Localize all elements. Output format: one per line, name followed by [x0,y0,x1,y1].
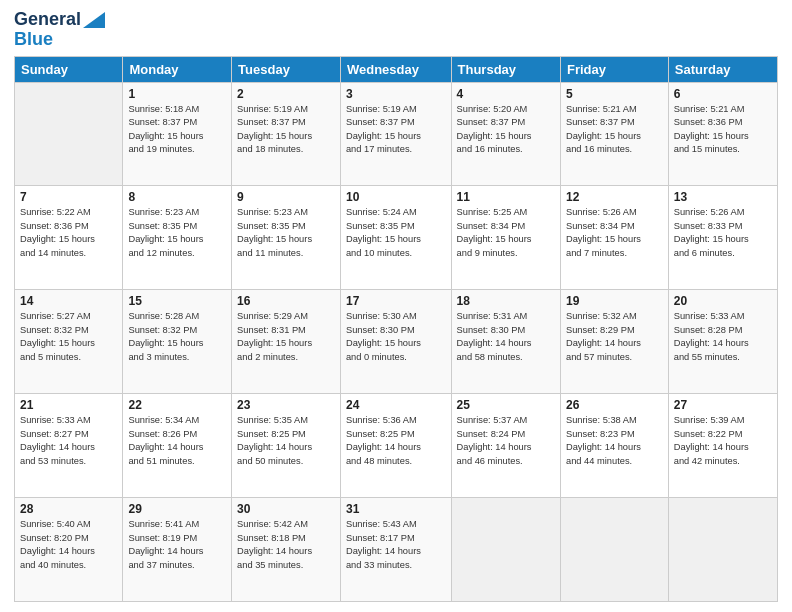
day-number: 15 [128,294,226,308]
day-info: Sunrise: 5:32 AM Sunset: 8:29 PM Dayligh… [566,310,663,364]
day-info: Sunrise: 5:19 AM Sunset: 8:37 PM Dayligh… [346,103,446,157]
weekday-header-friday: Friday [560,56,668,82]
day-info: Sunrise: 5:43 AM Sunset: 8:17 PM Dayligh… [346,518,446,572]
calendar-cell: 29Sunrise: 5:41 AM Sunset: 8:19 PM Dayli… [123,498,232,602]
calendar-cell: 28Sunrise: 5:40 AM Sunset: 8:20 PM Dayli… [15,498,123,602]
day-info: Sunrise: 5:38 AM Sunset: 8:23 PM Dayligh… [566,414,663,468]
calendar-cell: 20Sunrise: 5:33 AM Sunset: 8:28 PM Dayli… [668,290,777,394]
calendar-header-row: SundayMondayTuesdayWednesdayThursdayFrid… [15,56,778,82]
day-number: 13 [674,190,772,204]
logo-icon [83,12,105,28]
day-number: 17 [346,294,446,308]
weekday-header-sunday: Sunday [15,56,123,82]
day-number: 5 [566,87,663,101]
day-info: Sunrise: 5:23 AM Sunset: 8:35 PM Dayligh… [237,206,335,260]
calendar-cell: 26Sunrise: 5:38 AM Sunset: 8:23 PM Dayli… [560,394,668,498]
day-info: Sunrise: 5:29 AM Sunset: 8:31 PM Dayligh… [237,310,335,364]
day-number: 3 [346,87,446,101]
day-info: Sunrise: 5:41 AM Sunset: 8:19 PM Dayligh… [128,518,226,572]
day-number: 27 [674,398,772,412]
day-number: 29 [128,502,226,516]
calendar-cell: 12Sunrise: 5:26 AM Sunset: 8:34 PM Dayli… [560,186,668,290]
day-number: 23 [237,398,335,412]
calendar-cell: 4Sunrise: 5:20 AM Sunset: 8:37 PM Daylig… [451,82,560,186]
day-info: Sunrise: 5:23 AM Sunset: 8:35 PM Dayligh… [128,206,226,260]
calendar-cell: 14Sunrise: 5:27 AM Sunset: 8:32 PM Dayli… [15,290,123,394]
calendar-cell: 9Sunrise: 5:23 AM Sunset: 8:35 PM Daylig… [232,186,341,290]
day-info: Sunrise: 5:35 AM Sunset: 8:25 PM Dayligh… [237,414,335,468]
day-info: Sunrise: 5:18 AM Sunset: 8:37 PM Dayligh… [128,103,226,157]
day-number: 25 [457,398,555,412]
calendar-cell: 2Sunrise: 5:19 AM Sunset: 8:37 PM Daylig… [232,82,341,186]
calendar-week-2: 14Sunrise: 5:27 AM Sunset: 8:32 PM Dayli… [15,290,778,394]
day-info: Sunrise: 5:42 AM Sunset: 8:18 PM Dayligh… [237,518,335,572]
calendar-cell: 15Sunrise: 5:28 AM Sunset: 8:32 PM Dayli… [123,290,232,394]
day-info: Sunrise: 5:39 AM Sunset: 8:22 PM Dayligh… [674,414,772,468]
day-info: Sunrise: 5:40 AM Sunset: 8:20 PM Dayligh… [20,518,117,572]
day-info: Sunrise: 5:28 AM Sunset: 8:32 PM Dayligh… [128,310,226,364]
logo: General Blue [14,10,105,50]
day-number: 26 [566,398,663,412]
day-number: 24 [346,398,446,412]
day-info: Sunrise: 5:26 AM Sunset: 8:33 PM Dayligh… [674,206,772,260]
day-number: 8 [128,190,226,204]
weekday-header-monday: Monday [123,56,232,82]
day-number: 22 [128,398,226,412]
day-number: 30 [237,502,335,516]
calendar-cell: 13Sunrise: 5:26 AM Sunset: 8:33 PM Dayli… [668,186,777,290]
weekday-header-wednesday: Wednesday [340,56,451,82]
calendar-cell: 24Sunrise: 5:36 AM Sunset: 8:25 PM Dayli… [340,394,451,498]
calendar-cell [668,498,777,602]
day-number: 7 [20,190,117,204]
calendar-cell: 3Sunrise: 5:19 AM Sunset: 8:37 PM Daylig… [340,82,451,186]
calendar-week-4: 28Sunrise: 5:40 AM Sunset: 8:20 PM Dayli… [15,498,778,602]
day-info: Sunrise: 5:22 AM Sunset: 8:36 PM Dayligh… [20,206,117,260]
calendar-cell: 22Sunrise: 5:34 AM Sunset: 8:26 PM Dayli… [123,394,232,498]
day-info: Sunrise: 5:33 AM Sunset: 8:28 PM Dayligh… [674,310,772,364]
calendar-cell: 30Sunrise: 5:42 AM Sunset: 8:18 PM Dayli… [232,498,341,602]
day-number: 10 [346,190,446,204]
calendar-cell: 16Sunrise: 5:29 AM Sunset: 8:31 PM Dayli… [232,290,341,394]
day-number: 28 [20,502,117,516]
logo-blue: Blue [14,30,53,50]
calendar-week-3: 21Sunrise: 5:33 AM Sunset: 8:27 PM Dayli… [15,394,778,498]
calendar-cell: 27Sunrise: 5:39 AM Sunset: 8:22 PM Dayli… [668,394,777,498]
header: General Blue [14,10,778,50]
calendar-cell [15,82,123,186]
day-number: 6 [674,87,772,101]
day-number: 20 [674,294,772,308]
calendar-cell: 31Sunrise: 5:43 AM Sunset: 8:17 PM Dayli… [340,498,451,602]
day-number: 2 [237,87,335,101]
calendar-cell: 18Sunrise: 5:31 AM Sunset: 8:30 PM Dayli… [451,290,560,394]
weekday-header-saturday: Saturday [668,56,777,82]
calendar-cell: 19Sunrise: 5:32 AM Sunset: 8:29 PM Dayli… [560,290,668,394]
day-number: 14 [20,294,117,308]
calendar-cell: 5Sunrise: 5:21 AM Sunset: 8:37 PM Daylig… [560,82,668,186]
day-number: 16 [237,294,335,308]
calendar-body: 1Sunrise: 5:18 AM Sunset: 8:37 PM Daylig… [15,82,778,601]
calendar-cell: 21Sunrise: 5:33 AM Sunset: 8:27 PM Dayli… [15,394,123,498]
day-info: Sunrise: 5:36 AM Sunset: 8:25 PM Dayligh… [346,414,446,468]
day-info: Sunrise: 5:34 AM Sunset: 8:26 PM Dayligh… [128,414,226,468]
calendar-cell: 6Sunrise: 5:21 AM Sunset: 8:36 PM Daylig… [668,82,777,186]
weekday-header-tuesday: Tuesday [232,56,341,82]
calendar-cell: 25Sunrise: 5:37 AM Sunset: 8:24 PM Dayli… [451,394,560,498]
calendar-cell [451,498,560,602]
calendar-cell: 8Sunrise: 5:23 AM Sunset: 8:35 PM Daylig… [123,186,232,290]
calendar-table: SundayMondayTuesdayWednesdayThursdayFrid… [14,56,778,602]
calendar-cell: 17Sunrise: 5:30 AM Sunset: 8:30 PM Dayli… [340,290,451,394]
day-info: Sunrise: 5:31 AM Sunset: 8:30 PM Dayligh… [457,310,555,364]
day-number: 21 [20,398,117,412]
calendar-cell: 10Sunrise: 5:24 AM Sunset: 8:35 PM Dayli… [340,186,451,290]
calendar-week-1: 7Sunrise: 5:22 AM Sunset: 8:36 PM Daylig… [15,186,778,290]
day-number: 11 [457,190,555,204]
calendar-cell [560,498,668,602]
day-info: Sunrise: 5:26 AM Sunset: 8:34 PM Dayligh… [566,206,663,260]
day-info: Sunrise: 5:20 AM Sunset: 8:37 PM Dayligh… [457,103,555,157]
day-info: Sunrise: 5:21 AM Sunset: 8:37 PM Dayligh… [566,103,663,157]
logo-general: General [14,10,81,30]
day-info: Sunrise: 5:25 AM Sunset: 8:34 PM Dayligh… [457,206,555,260]
page-container: General Blue SundayMondayTuesdayWednesda… [0,0,792,612]
calendar-cell: 11Sunrise: 5:25 AM Sunset: 8:34 PM Dayli… [451,186,560,290]
day-info: Sunrise: 5:19 AM Sunset: 8:37 PM Dayligh… [237,103,335,157]
